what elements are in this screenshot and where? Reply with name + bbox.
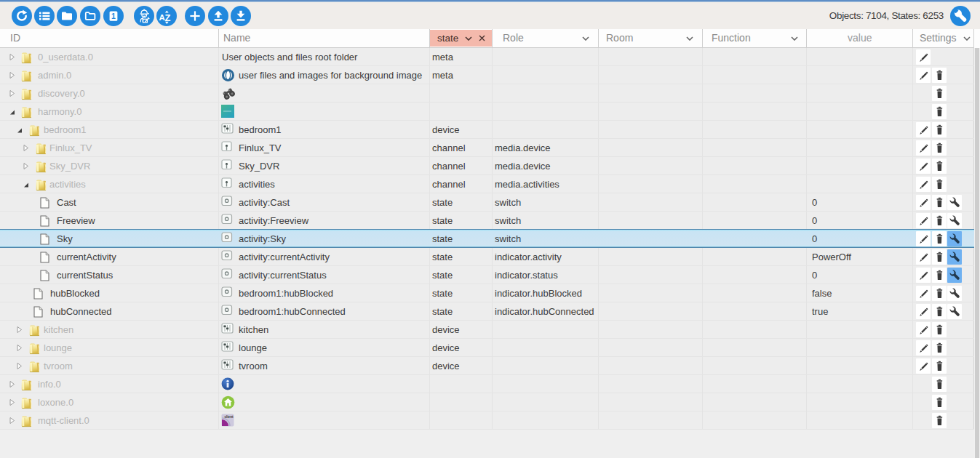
svg-text:Z: Z xyxy=(165,12,171,23)
svg-text:1: 1 xyxy=(111,12,116,20)
svg-text:client: client xyxy=(225,415,234,419)
